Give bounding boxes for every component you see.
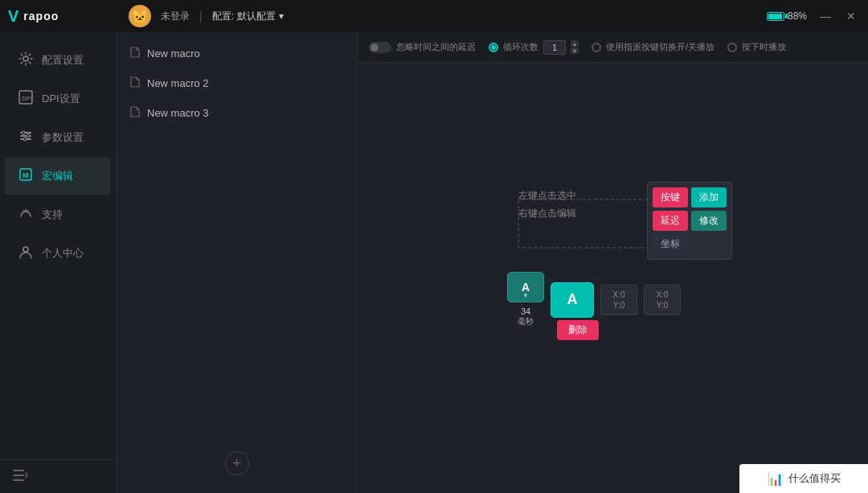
coord-x-1: X:0 (612, 290, 624, 299)
toolbar-hold-play: 按下时播放 (727, 41, 786, 53)
delay-toggle-switch[interactable] (369, 42, 391, 53)
avatar: 🐱 (129, 5, 151, 27)
popup-menu: 按键 添加 延迟 修改 坐标 (647, 182, 732, 260)
key-arrow-down: ▼ (522, 292, 529, 299)
loop-increment-button[interactable]: ▲ (571, 40, 579, 47)
toggle-play-label: 使用指派按键切换开/关播放 (606, 41, 714, 53)
popup-key-button[interactable]: 按键 (653, 187, 688, 207)
editor-toolbar: 忽略时间之间的延迟 循环次数 ▲ ▼ 使用指派按键切换开/关播放 按下时播放 (358, 32, 868, 63)
macro-item-1[interactable]: New macro (117, 39, 357, 68)
config-prefix: 配置: (212, 10, 234, 23)
minimize-button[interactable]: — (818, 10, 833, 23)
svg-point-11 (23, 247, 28, 252)
sidebar-item-params[interactable]: 参数设置 (5, 119, 111, 156)
loop-decrement-button[interactable]: ▼ (571, 47, 579, 54)
battery-area: 88% (767, 10, 807, 22)
macro-name-2: New macro 2 (147, 77, 209, 89)
svg-text:M: M (23, 171, 29, 179)
title-bar-left: V rapoo (0, 7, 59, 26)
ms-label: 毫秒 (518, 316, 534, 327)
logo-rapoo-text: rapoo (23, 10, 59, 23)
battery-percent: 88% (788, 10, 807, 22)
collapse-icon (13, 470, 27, 483)
sidebar-collapse-button[interactable] (0, 459, 116, 493)
popup-modify-button[interactable]: 修改 (691, 211, 727, 231)
sidebar-label-profile: 个人中心 (42, 246, 84, 261)
macro-icon: M (18, 167, 34, 185)
hint-line2: 右键点击编辑 (518, 205, 576, 223)
dpi-icon: DPI (18, 90, 34, 108)
watermark-text: 什么值得买 (788, 471, 841, 486)
delay-label: 忽略时间之间的延迟 (396, 41, 476, 53)
watermark-icon: 📊 (768, 471, 784, 487)
sidebar-label-config: 配置设置 (42, 53, 84, 68)
loop-label: 循环次数 (503, 41, 538, 53)
sidebar-item-dpi[interactable]: DPI DPI设置 (5, 80, 111, 117)
main-layout: 配置设置 DPI DPI设置 (0, 32, 868, 493)
toolbar-loop: 循环次数 ▲ ▼ (489, 40, 579, 55)
profile-icon (18, 244, 34, 262)
editor-canvas: 左键点击选中 右键点击编辑 按键 添加 延迟 修改 (358, 63, 868, 493)
loop-spinner: ▲ ▼ (571, 40, 579, 54)
macro-file-icon-3 (129, 106, 141, 120)
popup-add-button[interactable]: 添加 (691, 187, 727, 207)
hint-line1: 左键点击选中 (518, 187, 576, 205)
macro-file-icon-1 (129, 47, 141, 60)
editor-panel: 忽略时间之间的延迟 循环次数 ▲ ▼ 使用指派按键切换开/关播放 按下时播放 (358, 32, 868, 493)
coord-y-1: Y:0 (613, 301, 624, 310)
watermark: 📊 什么值得买 (739, 464, 868, 493)
popup-delay-button[interactable]: 延迟 (653, 211, 688, 231)
config-area[interactable]: 配置: 默认配置 ▾ (212, 10, 284, 23)
coord-x-2: X:0 (656, 290, 668, 299)
svg-point-8 (23, 138, 27, 141)
loop-radio[interactable] (489, 43, 498, 52)
sidebar-label-support: 支持 (42, 207, 63, 222)
sidebar-label-dpi: DPI设置 (42, 92, 80, 106)
sidebar-item-profile[interactable]: 个人中心 (5, 235, 111, 272)
svg-point-0 (23, 56, 28, 61)
key-block-a-teal: A ▼ 34 毫秒 (507, 272, 544, 327)
sidebar-item-support[interactable]: 支持 (5, 196, 111, 233)
key-a-teal-button[interactable]: A ▼ (507, 272, 544, 302)
macro-list-panel: New macro New macro 2 (117, 32, 358, 493)
sidebar-label-macro: 宏编辑 (42, 169, 73, 183)
sidebar-label-params: 参数设置 (42, 130, 84, 145)
toggle-play-radio[interactable] (592, 43, 601, 52)
config-icon (18, 51, 34, 69)
popup-coord-button[interactable]: 坐标 (653, 234, 688, 254)
ms-value: 34 (521, 306, 530, 316)
svg-rect-14 (13, 479, 24, 481)
hint-text: 左键点击选中 右键点击编辑 (518, 187, 576, 222)
delete-button[interactable]: 删除 (557, 320, 599, 340)
coord-block-1: X:0 Y:0 (600, 285, 637, 315)
macro-name-3: New macro 3 (147, 107, 209, 119)
sidebar-item-macro[interactable]: M 宏编辑 (5, 158, 111, 195)
sidebar-nav: 配置设置 DPI DPI设置 (0, 32, 116, 459)
hold-play-radio[interactable] (727, 43, 737, 52)
separator: | (199, 10, 203, 23)
macro-add-button[interactable]: + (225, 451, 249, 475)
key-a-selected-button[interactable]: A (551, 282, 594, 318)
svg-rect-12 (13, 470, 24, 471)
svg-rect-13 (13, 475, 24, 476)
coord-block-2: X:0 Y:0 (644, 285, 681, 315)
loop-count-input[interactable] (543, 40, 566, 55)
close-button[interactable]: ✕ (844, 10, 858, 23)
svg-point-7 (27, 134, 30, 138)
coord-y-2: Y:0 (657, 301, 668, 310)
hold-play-label: 按下时播放 (742, 41, 786, 53)
params-icon (18, 129, 34, 146)
title-bar-center: 🐱 未登录 | 配置: 默认配置 ▾ (129, 5, 284, 27)
toolbar-toggle-play: 使用指派按键切换开/关播放 (592, 41, 714, 53)
macro-item-2[interactable]: New macro 2 (117, 68, 357, 98)
user-label: 未登录 (161, 10, 190, 23)
key-sequence: A ▼ 34 毫秒 A X:0 Y:0 (507, 272, 681, 327)
macro-item-3[interactable]: New macro 3 (117, 98, 357, 128)
title-bar: V rapoo 🐱 未登录 | 配置: 默认配置 ▾ 88% — ✕ (0, 0, 868, 32)
key-block-a-selected: A (551, 282, 594, 318)
macro-list: New macro New macro 2 (117, 32, 357, 443)
battery-icon (767, 12, 784, 21)
logo-area: V rapoo (8, 7, 59, 26)
sidebar-item-config[interactable]: 配置设置 (5, 42, 111, 79)
chevron-down-icon: ▾ (279, 10, 284, 22)
